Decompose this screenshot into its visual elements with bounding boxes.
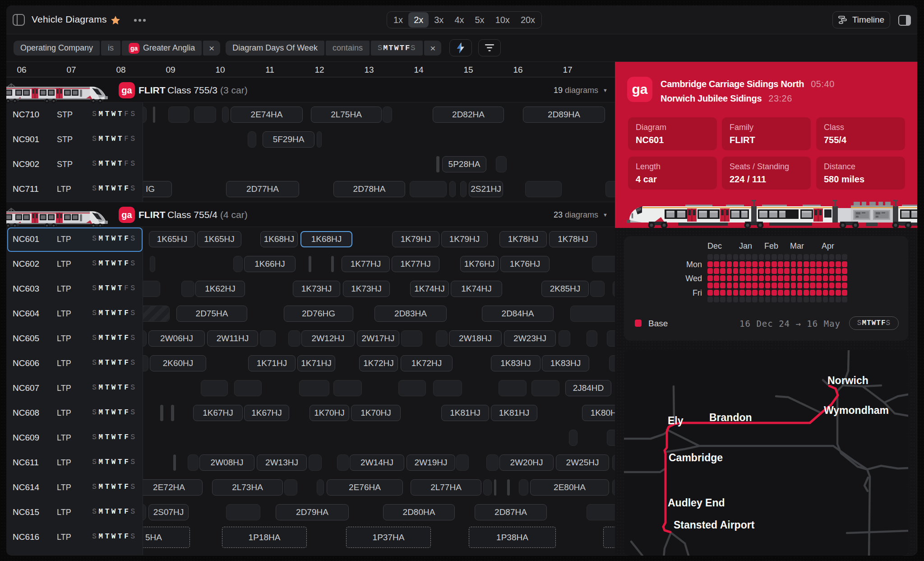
zoom-option-4x[interactable]: 4x [449,12,469,28]
timeline-block[interactable]: 2W23HJ [504,330,556,347]
timeline-block[interactable]: 1K68HJ [260,231,298,247]
timeline-block[interactable]: 1K79HJ [392,231,439,247]
diagram-row-label[interactable]: NC710 STP SMTWTFS [6,102,143,127]
timeline-block-empty[interactable] [383,107,392,123]
timeline-block-empty[interactable] [456,454,469,471]
timeline-block[interactable]: 1K77HJ [342,256,390,272]
timeline-block-empty[interactable] [299,380,329,396]
timeline-block-empty[interactable] [153,107,155,123]
timeline-block-empty[interactable] [612,454,615,471]
timeline-block-empty[interactable] [398,380,426,396]
timeline-block-empty[interactable] [181,281,194,297]
zoom-option-20x[interactable]: 20x [515,12,541,28]
zoom-option-10x[interactable]: 10x [490,12,515,28]
timeline-block[interactable]: 2D82HA [433,107,504,123]
filter-button[interactable] [478,39,501,56]
timeline-block[interactable]: 2W14HJ [350,454,404,471]
timeline-block-empty[interactable] [613,281,615,297]
filter-value[interactable]: gaGreater Anglia [122,41,202,56]
timeline-block[interactable]: 2W12HJ [301,330,355,347]
zoom-option-3x[interactable]: 3x [429,12,449,28]
timeline-block-empty[interactable] [531,380,559,396]
diagram-row-label[interactable]: NC607 LTP SMTWTFS [6,376,143,401]
timeline-block[interactable]: 1K81HJ [441,405,489,421]
timeline-block-empty[interactable] [248,131,256,148]
timeline-block[interactable]: 1K65HJ [149,231,195,247]
right-panel-toggle-icon[interactable] [898,15,911,26]
timeline-block[interactable]: 1K67HJ [244,405,289,421]
filter-remove-icon[interactable]: × [203,41,220,56]
diagram-row-label[interactable]: NC603 LTP SMTWTFS [6,277,143,301]
diagram-row-label[interactable]: NC608 LTP SMTWTFS [6,401,143,426]
diagram-row-label[interactable]: NC616 LTP SMTWTFS [6,525,143,550]
timeline-block[interactable]: 1K72HJ [359,355,398,371]
timeline-block[interactable]: 2D84HA [482,306,554,322]
timeline-block[interactable]: 1K67HJ [193,405,243,421]
timeline-block-empty[interactable] [449,181,456,197]
timeline-block[interactable]: 2E80HA [530,479,609,496]
timeline-block-empty[interactable] [201,380,228,396]
timeline-block[interactable]: 2D87HA [475,504,547,520]
timeline-block[interactable]: 2E76HA [327,479,403,496]
timeline-block[interactable]: 2S21HJ [469,181,503,197]
timeline-block-empty[interactable] [587,504,615,520]
timeline-block[interactable]: 2D80HA [383,504,455,520]
timeline-block[interactable]: 2W17HJ [357,330,399,347]
timeline-block[interactable]: 1K62HJ [195,281,245,297]
more-menu-icon[interactable] [134,19,146,22]
timeline-block-empty[interactable] [288,330,300,347]
timeline-block-empty[interactable] [433,380,462,396]
filter-value[interactable]: SMTWTFS [371,41,423,56]
timeline-block-empty[interactable] [607,330,615,347]
timeline-block-empty[interactable] [612,479,615,496]
timeline-block-empty[interactable] [150,256,155,272]
timeline-block[interactable]: 1K71HJ [297,355,335,371]
timeline-block[interactable]: 1P18HA [222,527,307,548]
timeline-block-empty[interactable] [188,454,199,471]
filter-field[interactable]: Diagram Days Of Week [226,41,324,56]
group-diagram-count[interactable]: 19 diagrams▼ [554,86,608,95]
timeline-block[interactable]: 2E72HA [135,479,203,496]
group-diagram-count[interactable]: 23 diagrams▼ [554,210,608,220]
timeline-block-empty[interactable] [337,454,349,471]
timeline-block[interactable]: 1K83HJ [542,355,589,371]
timeline-block-empty[interactable] [607,430,615,446]
timeline-block-empty[interactable] [317,479,324,496]
timeline-block-empty[interactable] [507,479,510,496]
zoom-option-5x[interactable]: 5x [470,12,490,28]
timeline-block[interactable]: 1K70HJ [310,405,349,421]
filter-operator[interactable]: contains [326,41,370,56]
timeline-block[interactable]: 1K80HJ [582,405,615,421]
timeline-block-empty[interactable] [570,306,615,322]
diagram-row-label[interactable]: NC602 LTP SMTWTFS [6,252,143,277]
timeline-block[interactable]: 2W11HJ [207,330,258,347]
diagram-row-label[interactable]: NC611 LTP SMTWTFS [6,450,143,475]
timeline-block[interactable]: 2J84HD [565,380,611,396]
timeline-block[interactable]: 2W19HJ [407,454,455,471]
diagram-row-label[interactable]: NC609 LTP SMTWTFS [6,426,143,450]
timeline-block-empty[interactable] [603,527,615,548]
timeline-block-empty[interactable] [226,504,260,520]
timeline-block[interactable]: 2D75HA [176,306,247,322]
timeline-block[interactable]: 1K73HJ [293,281,340,297]
timeline-block[interactable]: 1K81HJ [491,405,537,421]
timeline-block[interactable]: 2L75HA [311,107,382,123]
timeline-block[interactable]: 1K72HJ [401,355,453,371]
timeline-block-empty[interactable] [234,380,262,396]
timeline-block[interactable]: 1K73HJ [343,281,390,297]
diagram-row-label[interactable]: NC605 LTP SMTWTFS [6,326,143,351]
timeline-block-empty[interactable] [173,454,176,471]
timeline-block[interactable]: 1K70HJ [351,405,401,421]
timeline-block-empty[interactable] [331,256,334,272]
filter-remove-icon[interactable]: × [424,41,441,56]
timeline-block[interactable]: 1K74HJ [451,281,502,297]
timeline-block[interactable]: 1K79HJ [441,231,488,247]
filter-operator[interactable]: is [101,41,120,56]
timeline-block-empty[interactable] [222,107,229,123]
timeline-block-empty[interactable] [605,181,615,197]
timeline-block[interactable]: 1K76HJ [500,256,550,272]
timeline-block[interactable]: 2W13HJ [257,454,307,471]
timeline-block-empty[interactable] [559,330,570,347]
filter-field[interactable]: Operating Company [14,41,100,56]
timeline-block-empty[interactable] [499,380,527,396]
